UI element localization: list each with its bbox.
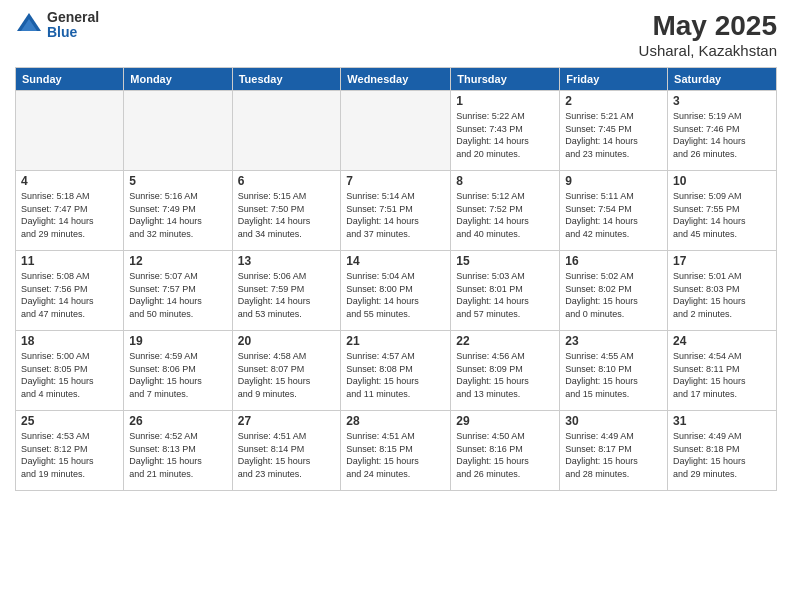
table-row: 19Sunrise: 4:59 AM Sunset: 8:06 PM Dayli… [124,331,232,411]
day-info: Sunrise: 5:07 AM Sunset: 7:57 PM Dayligh… [129,270,226,320]
day-info: Sunrise: 5:15 AM Sunset: 7:50 PM Dayligh… [238,190,336,240]
day-info: Sunrise: 5:21 AM Sunset: 7:45 PM Dayligh… [565,110,662,160]
table-row: 11Sunrise: 5:08 AM Sunset: 7:56 PM Dayli… [16,251,124,331]
day-number: 11 [21,254,118,268]
table-row: 18Sunrise: 5:00 AM Sunset: 8:05 PM Dayli… [16,331,124,411]
table-row: 15Sunrise: 5:03 AM Sunset: 8:01 PM Dayli… [451,251,560,331]
table-row: 5Sunrise: 5:16 AM Sunset: 7:49 PM Daylig… [124,171,232,251]
day-number: 28 [346,414,445,428]
day-info: Sunrise: 4:51 AM Sunset: 8:14 PM Dayligh… [238,430,336,480]
day-info: Sunrise: 4:57 AM Sunset: 8:08 PM Dayligh… [346,350,445,400]
day-number: 3 [673,94,771,108]
calendar-subtitle: Usharal, Kazakhstan [639,42,777,59]
table-row: 6Sunrise: 5:15 AM Sunset: 7:50 PM Daylig… [232,171,341,251]
day-info: Sunrise: 5:18 AM Sunset: 7:47 PM Dayligh… [21,190,118,240]
col-saturday: Saturday [668,68,777,91]
day-number: 13 [238,254,336,268]
day-info: Sunrise: 4:56 AM Sunset: 8:09 PM Dayligh… [456,350,554,400]
day-info: Sunrise: 5:00 AM Sunset: 8:05 PM Dayligh… [21,350,118,400]
table-row: 2Sunrise: 5:21 AM Sunset: 7:45 PM Daylig… [560,91,668,171]
calendar-week-row: 1Sunrise: 5:22 AM Sunset: 7:43 PM Daylig… [16,91,777,171]
day-number: 4 [21,174,118,188]
col-wednesday: Wednesday [341,68,451,91]
day-info: Sunrise: 4:51 AM Sunset: 8:15 PM Dayligh… [346,430,445,480]
day-info: Sunrise: 5:22 AM Sunset: 7:43 PM Dayligh… [456,110,554,160]
day-info: Sunrise: 5:09 AM Sunset: 7:55 PM Dayligh… [673,190,771,240]
table-row: 28Sunrise: 4:51 AM Sunset: 8:15 PM Dayli… [341,411,451,491]
day-info: Sunrise: 4:54 AM Sunset: 8:11 PM Dayligh… [673,350,771,400]
header: General Blue May 2025 Usharal, Kazakhsta… [15,10,777,59]
page: General Blue May 2025 Usharal, Kazakhsta… [0,0,792,612]
table-row: 17Sunrise: 5:01 AM Sunset: 8:03 PM Dayli… [668,251,777,331]
day-number: 31 [673,414,771,428]
col-sunday: Sunday [16,68,124,91]
day-number: 19 [129,334,226,348]
table-row: 26Sunrise: 4:52 AM Sunset: 8:13 PM Dayli… [124,411,232,491]
day-info: Sunrise: 4:49 AM Sunset: 8:18 PM Dayligh… [673,430,771,480]
logo: General Blue [15,10,99,41]
day-number: 8 [456,174,554,188]
table-row: 20Sunrise: 4:58 AM Sunset: 8:07 PM Dayli… [232,331,341,411]
day-number: 22 [456,334,554,348]
day-info: Sunrise: 5:03 AM Sunset: 8:01 PM Dayligh… [456,270,554,320]
table-row: 29Sunrise: 4:50 AM Sunset: 8:16 PM Dayli… [451,411,560,491]
day-number: 27 [238,414,336,428]
logo-icon [15,11,43,39]
col-tuesday: Tuesday [232,68,341,91]
day-info: Sunrise: 4:49 AM Sunset: 8:17 PM Dayligh… [565,430,662,480]
day-info: Sunrise: 5:04 AM Sunset: 8:00 PM Dayligh… [346,270,445,320]
day-info: Sunrise: 4:50 AM Sunset: 8:16 PM Dayligh… [456,430,554,480]
table-row [16,91,124,171]
table-row: 1Sunrise: 5:22 AM Sunset: 7:43 PM Daylig… [451,91,560,171]
day-number: 16 [565,254,662,268]
day-number: 1 [456,94,554,108]
day-number: 10 [673,174,771,188]
day-number: 7 [346,174,445,188]
table-row: 12Sunrise: 5:07 AM Sunset: 7:57 PM Dayli… [124,251,232,331]
day-info: Sunrise: 5:14 AM Sunset: 7:51 PM Dayligh… [346,190,445,240]
day-number: 24 [673,334,771,348]
day-number: 5 [129,174,226,188]
title-block: May 2025 Usharal, Kazakhstan [639,10,777,59]
table-row: 7Sunrise: 5:14 AM Sunset: 7:51 PM Daylig… [341,171,451,251]
day-number: 21 [346,334,445,348]
day-info: Sunrise: 4:59 AM Sunset: 8:06 PM Dayligh… [129,350,226,400]
calendar-week-row: 25Sunrise: 4:53 AM Sunset: 8:12 PM Dayli… [16,411,777,491]
table-row: 16Sunrise: 5:02 AM Sunset: 8:02 PM Dayli… [560,251,668,331]
col-friday: Friday [560,68,668,91]
calendar-table: Sunday Monday Tuesday Wednesday Thursday… [15,67,777,491]
day-number: 2 [565,94,662,108]
table-row: 8Sunrise: 5:12 AM Sunset: 7:52 PM Daylig… [451,171,560,251]
day-info: Sunrise: 5:19 AM Sunset: 7:46 PM Dayligh… [673,110,771,160]
day-number: 14 [346,254,445,268]
day-info: Sunrise: 5:06 AM Sunset: 7:59 PM Dayligh… [238,270,336,320]
day-info: Sunrise: 5:02 AM Sunset: 8:02 PM Dayligh… [565,270,662,320]
table-row: 21Sunrise: 4:57 AM Sunset: 8:08 PM Dayli… [341,331,451,411]
calendar-week-row: 11Sunrise: 5:08 AM Sunset: 7:56 PM Dayli… [16,251,777,331]
day-info: Sunrise: 4:58 AM Sunset: 8:07 PM Dayligh… [238,350,336,400]
day-number: 30 [565,414,662,428]
col-thursday: Thursday [451,68,560,91]
table-row: 4Sunrise: 5:18 AM Sunset: 7:47 PM Daylig… [16,171,124,251]
day-number: 12 [129,254,226,268]
day-info: Sunrise: 4:53 AM Sunset: 8:12 PM Dayligh… [21,430,118,480]
day-number: 26 [129,414,226,428]
day-number: 15 [456,254,554,268]
table-row: 30Sunrise: 4:49 AM Sunset: 8:17 PM Dayli… [560,411,668,491]
day-number: 20 [238,334,336,348]
day-number: 18 [21,334,118,348]
day-number: 9 [565,174,662,188]
day-number: 6 [238,174,336,188]
table-row: 3Sunrise: 5:19 AM Sunset: 7:46 PM Daylig… [668,91,777,171]
table-row [124,91,232,171]
table-row [232,91,341,171]
day-number: 23 [565,334,662,348]
logo-text: General Blue [47,10,99,41]
day-info: Sunrise: 5:12 AM Sunset: 7:52 PM Dayligh… [456,190,554,240]
day-info: Sunrise: 4:55 AM Sunset: 8:10 PM Dayligh… [565,350,662,400]
day-number: 17 [673,254,771,268]
table-row: 25Sunrise: 4:53 AM Sunset: 8:12 PM Dayli… [16,411,124,491]
table-row: 22Sunrise: 4:56 AM Sunset: 8:09 PM Dayli… [451,331,560,411]
day-info: Sunrise: 5:16 AM Sunset: 7:49 PM Dayligh… [129,190,226,240]
day-number: 29 [456,414,554,428]
